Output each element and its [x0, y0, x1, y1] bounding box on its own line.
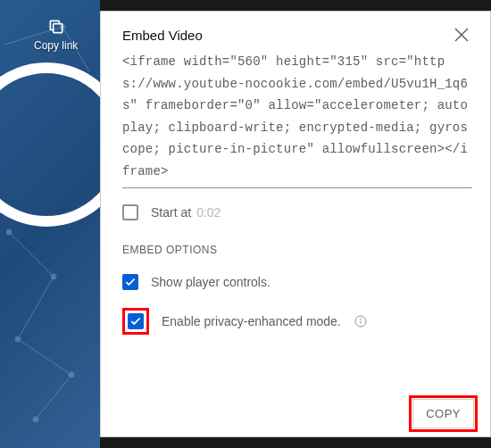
- panel-body[interactable]: <iframe width="560" height="315" src="ht…: [122, 51, 479, 390]
- svg-point-17: [360, 319, 361, 319]
- copy-button[interactable]: COPY: [412, 399, 474, 428]
- svg-line-0: [9, 232, 54, 277]
- network-decoration: [0, 0, 100, 448]
- svg-point-8: [15, 336, 21, 342]
- svg-line-2: [18, 339, 71, 375]
- svg-point-10: [33, 417, 38, 422]
- start-at-checkbox[interactable]: [122, 204, 138, 220]
- svg-point-6: [6, 229, 12, 235]
- privacy-mode-label: Enable privacy-enhanced mode.: [162, 314, 341, 328]
- panel-footer: COPY: [101, 390, 490, 436]
- svg-line-1: [18, 277, 54, 339]
- copy-highlight: COPY: [409, 395, 478, 432]
- svg-rect-12: [53, 24, 62, 33]
- copy-link-label: Copy link: [34, 39, 78, 52]
- svg-line-3: [36, 375, 71, 419]
- backdrop-top: [100, 0, 491, 11]
- player-controls-row: Show player controls.: [122, 274, 472, 290]
- start-at-time[interactable]: 0:02: [196, 205, 221, 220]
- panel-header: Embed Video: [101, 12, 490, 53]
- check-icon: [129, 315, 142, 328]
- copy-link-button[interactable]: Copy link: [34, 18, 78, 52]
- embed-panel: Embed Video <iframe width="560" height="…: [100, 11, 491, 437]
- svg-point-9: [69, 372, 74, 377]
- player-controls-checkbox[interactable]: [122, 274, 138, 290]
- check-icon: [124, 276, 137, 288]
- close-icon: [451, 24, 472, 46]
- privacy-highlight: [122, 308, 149, 335]
- start-at-label: Start at0:02: [151, 205, 221, 220]
- embed-code-textarea[interactable]: <iframe width="560" height="315" src="ht…: [122, 51, 472, 188]
- privacy-mode-checkbox[interactable]: [128, 313, 144, 329]
- panel-title: Embed Video: [122, 28, 203, 43]
- svg-point-7: [51, 274, 56, 279]
- close-button[interactable]: [451, 24, 472, 46]
- privacy-mode-row: Enable privacy-enhanced mode.: [122, 308, 472, 335]
- embed-options-heading: EMBED OPTIONS: [122, 244, 472, 256]
- video-backdrop: [0, 0, 100, 448]
- backdrop-bottom: [100, 437, 491, 448]
- player-controls-label: Show player controls.: [151, 275, 270, 289]
- info-icon[interactable]: [354, 314, 368, 328]
- start-at-row: Start at0:02: [122, 204, 472, 220]
- copy-icon: [47, 18, 65, 36]
